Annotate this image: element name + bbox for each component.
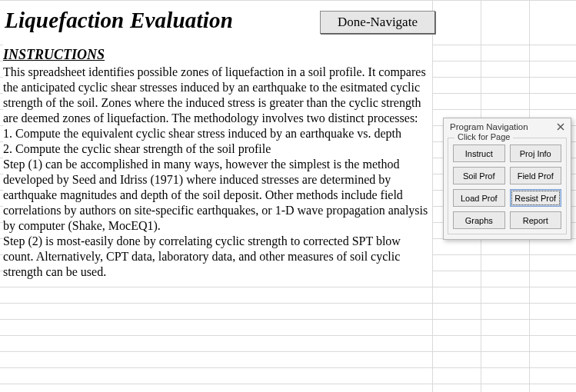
program-navigation-panel: Program Navigation Click for Page Instru… — [443, 118, 571, 240]
nav-resist-prof-button[interactable]: Resist Prof — [510, 189, 562, 207]
intro-paragraph: This spreadsheet identifies possible zon… — [3, 65, 432, 126]
nav-group-click-for-page: Click for Page Instruct Proj Info Soil P… — [448, 138, 567, 234]
nav-graphs-button[interactable]: Graphs — [453, 211, 505, 229]
nav-panel-title: Program Navigation — [450, 122, 528, 131]
nav-load-prof-button[interactable]: Load Prof — [453, 189, 505, 207]
step-2: 2. Compute the cyclic shear strength of … — [3, 141, 432, 157]
instructions-header: INSTRUCTIONS — [3, 47, 432, 63]
step-1: 1. Compute the equivalent cyclic shear s… — [3, 126, 432, 141]
nav-soil-prof-button[interactable]: Soil Prof — [453, 167, 505, 184]
nav-group-legend: Click for Page — [454, 132, 513, 141]
nav-report-button[interactable]: Report — [510, 211, 562, 229]
nav-instruct-button[interactable]: Instruct — [453, 145, 505, 162]
close-icon[interactable] — [555, 121, 566, 132]
nav-field-prof-button[interactable]: Field Prof — [510, 167, 562, 184]
paragraph-step2-detail: Step (2) is most-easily done by correlat… — [3, 234, 432, 280]
done-navigate-button[interactable]: Done-Navigate — [320, 11, 435, 34]
nav-proj-info-button[interactable]: Proj Info — [510, 145, 562, 162]
paragraph-step1-detail: Step (1) can be accomplished in many way… — [3, 157, 432, 234]
content-area: Liquefaction Evaluation INSTRUCTIONS Thi… — [3, 3, 432, 280]
instructions-body: This spreadsheet identifies possible zon… — [3, 65, 432, 280]
